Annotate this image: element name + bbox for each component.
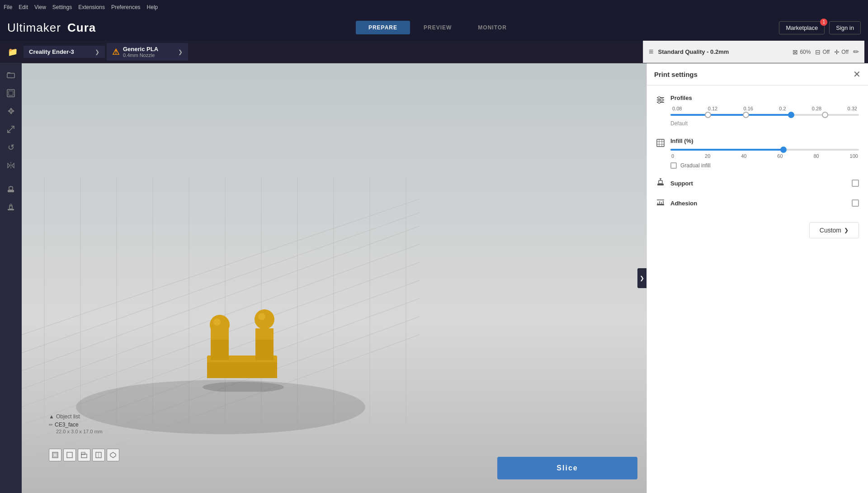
marketplace-button[interactable]: Marketplace 1 [779,21,825,34]
svg-point-43 [210,315,230,335]
menu-preferences[interactable]: Preferences [111,4,141,10]
svg-rect-3 [9,91,13,95]
menu-settings[interactable]: Settings [52,4,72,10]
infill-thumb[interactable] [780,147,787,153]
title-bar: File Edit View Settings Extensions Prefe… [0,0,868,14]
menu-help[interactable]: Help [147,4,158,10]
nav-monitor[interactable]: MONITOR [465,21,519,34]
support-icon: ⊟ [815,48,821,56]
collapse-icon[interactable]: ▲ [49,413,54,420]
support-checkbox[interactable] [852,180,859,187]
folder-icon[interactable]: 📁 [4,43,22,61]
svg-point-44 [213,318,221,326]
tick-3: 0.2 [779,106,786,111]
svg-line-4 [8,126,14,133]
custom-btn-row: Custom ❯ [656,222,859,238]
nav-prepare[interactable]: PREPARE [356,21,410,34]
fill-icon: ⊠ [793,48,798,56]
material-name: Generic PLA [123,46,158,52]
menu-edit[interactable]: Edit [19,4,28,10]
svg-marker-6 [8,163,10,168]
3d-object[interactable] [193,292,293,393]
tick-2: 0.16 [743,106,753,111]
custom-button[interactable]: Custom ❯ [809,222,859,238]
menu-view[interactable]: View [34,4,46,10]
app-header: Ultimaker Cura PREPARE PREVIEW MONITOR M… [0,14,868,41]
thumb-4[interactable] [822,112,828,118]
slider-fill-infill [670,149,783,151]
svg-rect-49 [67,452,72,458]
quality-label: Standard Quality - 0.2mm [658,48,788,55]
gradual-infill-label: Gradual infill [680,162,711,169]
svg-rect-38 [207,362,277,378]
tool-custom-support[interactable] [3,199,19,215]
gradual-infill-checkbox[interactable] [670,162,677,169]
profiles-slider[interactable] [670,114,859,116]
infill-slider[interactable] [670,149,859,151]
object-list-panel: ▲ Object list ✏ CE3_face 22.0 x 3.0 x 17… [49,413,103,434]
slider-fill-profiles [670,114,793,116]
view-cube [49,449,119,461]
thumb-2[interactable] [743,112,749,118]
slice-button[interactable]: Slice [497,457,637,479]
header-right: Marketplace 1 Sign in [779,21,861,34]
logo-ultimaker: Ultimaker [7,21,61,34]
tool-select[interactable] [3,85,19,101]
menu-file[interactable]: File [4,4,12,10]
tool-mirror[interactable] [3,157,19,174]
menu-extensions[interactable]: Extensions [78,4,105,10]
svg-rect-2 [7,90,14,97]
svg-point-46 [258,313,265,320]
printer-selector[interactable]: Creality Ender-3 ❯ [24,46,105,58]
support-control[interactable]: ⊟ Off [815,48,830,56]
object-list-header: ▲ Object list [49,413,103,420]
custom-chevron-icon: ❯ [844,227,849,233]
signin-button[interactable]: Sign in [829,21,861,34]
svg-rect-9 [9,187,13,190]
custom-btn-label: Custom [820,227,841,234]
tool-scale[interactable] [3,121,19,137]
view-side[interactable] [78,449,90,461]
infill-ticks: 0 20 40 60 80 100 [670,153,859,159]
tool-move[interactable]: ✥ [3,103,19,119]
adhesion-label: Adhesion [670,200,846,207]
thumb-1[interactable] [705,112,711,118]
infill-content: Infill (%) 0 20 40 60 80 100 [670,137,859,159]
infill-tick-2: 40 [741,153,746,159]
object-name-row: ✏ CE3_face [49,422,103,428]
adhesion-icon: ✛ [834,48,840,56]
svg-point-45 [255,309,274,329]
panel-collapse-arrow[interactable]: ❯ [637,268,646,288]
infill-label: Infill (%) [670,137,859,144]
viewport-grid [22,63,646,493]
edit-icon[interactable]: ✏ [853,47,859,56]
svg-point-60 [658,101,660,104]
quality-bar: ≡ Standard Quality - 0.2mm ⊠ 60% ⊟ Off ✛… [643,41,864,63]
infill-tick-0: 0 [671,153,674,159]
tick-1: 0.12 [708,106,717,111]
support-section: Support [656,178,859,189]
tool-support[interactable] [3,181,19,197]
tool-rotate[interactable]: ↺ [3,139,19,156]
nav-preview[interactable]: PREVIEW [411,21,464,34]
gradual-infill-row: Gradual infill [670,162,859,169]
view-iso[interactable] [107,449,119,461]
adhesion-section: Adhesion [656,198,859,209]
object-dims: 22.0 x 3.0 x 17.0 mm [56,429,103,434]
settings-panel-title: Print settings [654,71,698,78]
adhesion-control[interactable]: ✛ Off [834,48,849,56]
fill-control[interactable]: ⊠ 60% [793,48,811,56]
view-front[interactable] [63,449,76,461]
tool-open-folder[interactable] [3,67,19,83]
view-perspective[interactable] [49,449,61,461]
object-svg [193,292,293,392]
view-top[interactable] [92,449,105,461]
adhesion-checkbox[interactable] [852,199,859,207]
material-selector[interactable]: ⚠ Generic PLA 0.4mm Nozzle ❯ [107,43,188,61]
settings-close-button[interactable]: ✕ [853,70,861,79]
quality-settings-icon: ≡ [649,47,654,57]
viewport[interactable]: ▲ Object list ✏ CE3_face 22.0 x 3.0 x 17… [22,63,646,493]
settings-panel-header: Print settings ✕ [647,63,868,85]
profiles-default: Default [670,120,859,127]
thumb-active[interactable] [788,112,794,118]
